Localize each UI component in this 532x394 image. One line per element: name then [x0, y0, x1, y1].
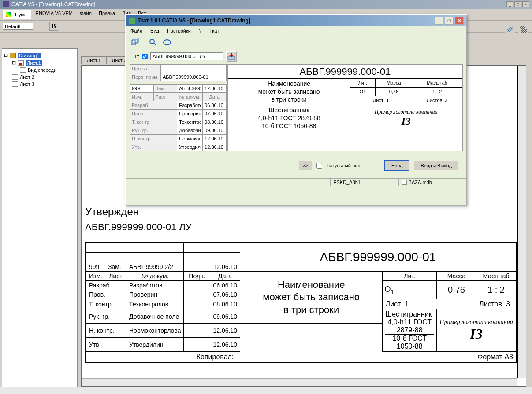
tree-panel: ⊟ Drawing1 ⊟ Лист.1 Вид спереди Лист 2 Л…: [2, 48, 78, 387]
status-template: ESKD_A3h1: [330, 178, 398, 186]
bold-button[interactable]: B: [49, 22, 58, 31]
pusk-icon: [6, 12, 11, 17]
sheet-icon: [12, 74, 18, 80]
logo-cell: Пример логотипа компании I3: [437, 309, 516, 352]
search-icon[interactable]: [148, 37, 158, 48]
project-input: [163, 66, 224, 71]
zamdoc-input: [179, 86, 201, 91]
drawing-code: АБВГ.999999.000-01: [240, 243, 516, 272]
dialog-minimize-icon[interactable]: _: [435, 17, 443, 25]
svg-point-3: [150, 39, 154, 44]
title-sheet-checkbox[interactable]: [316, 163, 322, 169]
dialog-close-icon[interactable]: ✕: [455, 17, 464, 25]
lu-checkbox[interactable]: [142, 54, 148, 59]
style-dropdown[interactable]: Default: [3, 23, 33, 30]
sheet-icon: [18, 60, 24, 66]
view-icon: [20, 67, 26, 73]
enter-button[interactable]: Ввод: [384, 160, 409, 171]
main-title-text: CATIA V5 - [Drawing1.CATDrawing]: [11, 1, 95, 7]
approved-code: АБВГ.999999.000-01 ЛУ: [85, 221, 517, 242]
tkat-dialog: Ткат 1.01 CATIA V5 - [Drawing1.CATDrawin…: [125, 14, 467, 206]
material-cell: Шестигранник 4,0-h11 ГОСТ 2879-88 10-б Г…: [383, 309, 437, 352]
perv-input: [163, 74, 224, 80]
maximize-icon[interactable]: □: [514, 1, 521, 7]
horizontal-scrollbar[interactable]: [82, 378, 517, 386]
preview-titleblock: АБВГ.999999.000-01 Наименование может бы…: [227, 64, 463, 151]
close-icon[interactable]: ×: [522, 1, 529, 7]
catia-icon: [3, 1, 9, 7]
dialog-menubar: Файл Вид Настройки ? Ткат: [126, 26, 466, 35]
tree-sheet2[interactable]: Лист 2: [12, 74, 75, 81]
r999-input: [132, 86, 152, 91]
lu-label: ЛУ: [133, 54, 139, 59]
format-label: Формат A3: [344, 352, 516, 362]
vertical-scrollbar[interactable]: [518, 66, 526, 378]
drawing-name: Наименование может быть записано в три с…: [240, 272, 383, 324]
sheet-icon: [12, 81, 18, 87]
dlg-menu-tkat[interactable]: Ткат: [208, 27, 221, 34]
outer-scrollbar[interactable]: [0, 387, 532, 394]
svg-rect-0: [131, 41, 136, 45]
form-left: Проект Перв. прим. Зам. Изм. Лист № доку…: [130, 64, 227, 151]
lu-input[interactable]: [150, 52, 223, 60]
svg-rect-2: [134, 38, 138, 42]
dlg-menu-help[interactable]: ?: [197, 27, 203, 34]
apply-icon[interactable]: [226, 51, 237, 62]
title-block: АБВГ.999999.000-01 999 Зам. АБВГ.99999.2…: [85, 242, 517, 363]
tree-view-front[interactable]: Вид спереди: [20, 66, 75, 74]
svg-line-4: [154, 43, 156, 45]
svg-text:i: i: [166, 40, 167, 45]
drawing-sheet: Утвержден АБВГ.999999.000-01 ЛУ АБВГ.999…: [85, 202, 517, 363]
menu-file[interactable]: Файл: [77, 10, 94, 19]
minimize-icon[interactable]: _: [506, 1, 513, 7]
info-icon[interactable]: i: [162, 37, 172, 48]
right-toolbar: [505, 25, 528, 34]
kopir-label: Копировал:: [86, 352, 344, 362]
enter-exit-button[interactable]: Ввод и Выход: [414, 161, 458, 170]
dlg-menu-settings[interactable]: Настройки: [165, 27, 193, 34]
stack-icon[interactable]: [130, 37, 140, 48]
tkat-icon: [129, 18, 135, 24]
dialog-toolbar: i: [126, 35, 466, 49]
expand-button[interactable]: >>: [299, 161, 312, 170]
status-db: BAZA.mdb: [398, 178, 466, 186]
dlg-menu-file[interactable]: Файл: [129, 27, 144, 34]
tab-sheet1[interactable]: Лист.1: [81, 56, 107, 64]
tree-root[interactable]: ⊟ Drawing1: [4, 52, 75, 59]
menu-enovia[interactable]: ENOVIA V5 VPM: [33, 10, 75, 19]
sheet-tabs: Лист.1 Лист 2: [81, 56, 132, 64]
title-sheet-label: Титульный лист: [327, 163, 362, 168]
dialog-maximize-icon[interactable]: □: [445, 17, 454, 25]
dlg-menu-view[interactable]: Вид: [149, 27, 161, 34]
hatch-tool-1[interactable]: [505, 25, 515, 34]
menu-edit[interactable]: Правка: [96, 10, 118, 19]
dialog-statusbar: ESKD_A3h1 BAZA.mdb: [126, 178, 466, 186]
tree-sheet1[interactable]: ⊟ Лист.1: [12, 59, 75, 66]
db-icon: [402, 180, 407, 185]
hatch-tool-2[interactable]: [518, 25, 528, 34]
folder-icon: [10, 53, 16, 58]
pusk-button[interactable]: Пуск: [3, 10, 31, 19]
dialog-titlebar[interactable]: Ткат 1.01 CATIA V5 - [Drawing1.CATDrawin…: [126, 15, 466, 26]
zamdate-input: [205, 86, 224, 91]
tree-sheet3[interactable]: Лист 3: [12, 81, 75, 88]
main-titlebar: CATIA V5 - [Drawing1.CATDrawing] _ □ ×: [0, 0, 532, 9]
svg-rect-1: [133, 39, 137, 44]
